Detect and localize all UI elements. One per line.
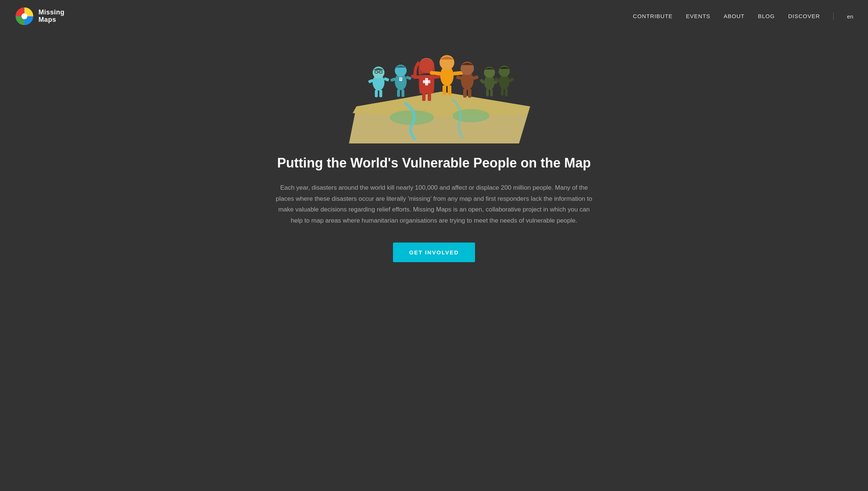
navbar: Missing Maps CONTRIBUTE EVENTS ABOUT BLO…	[0, 0, 868, 33]
hero-description: Each year, disasters around the world ki…	[275, 182, 593, 226]
nav-language[interactable]: en	[847, 13, 853, 20]
svg-rect-21	[401, 89, 404, 97]
nav-item-contribute[interactable]: CONTRIBUTE	[633, 13, 673, 20]
svg-rect-11	[375, 90, 378, 97]
svg-rect-28	[428, 93, 431, 101]
nav-item-discover[interactable]: DISCOVER	[788, 13, 820, 20]
svg-rect-19	[400, 79, 401, 80]
nav-item-events[interactable]: EVENTS	[686, 13, 711, 20]
svg-rect-35	[430, 71, 441, 76]
svg-rect-39	[463, 89, 467, 98]
svg-rect-45	[486, 89, 489, 96]
svg-rect-23	[406, 75, 411, 80]
svg-rect-20	[397, 89, 400, 97]
svg-point-5	[452, 109, 489, 122]
svg-point-1	[21, 13, 27, 19]
svg-rect-51	[501, 88, 503, 96]
svg-rect-46	[490, 89, 493, 96]
logo-text: Missing Maps	[38, 9, 65, 24]
hero-title: Putting the World's Vulnerable People on…	[277, 155, 591, 172]
svg-rect-33	[443, 85, 446, 95]
svg-rect-18	[400, 78, 401, 79]
svg-rect-40	[468, 89, 471, 98]
svg-rect-27	[422, 93, 425, 101]
nav-links: CONTRIBUTE EVENTS ABOUT BLOG DISCOVER	[633, 13, 820, 20]
svg-rect-12	[379, 90, 382, 97]
nav-item-blog[interactable]: BLOG	[758, 13, 775, 20]
logo[interactable]: Missing Maps	[15, 7, 65, 26]
svg-rect-14	[383, 77, 389, 81]
logo-icon	[15, 7, 34, 26]
svg-rect-26	[423, 80, 430, 83]
nav-divider	[833, 13, 834, 20]
svg-rect-34	[448, 85, 451, 95]
get-involved-button[interactable]: GET INVOLVED	[393, 243, 475, 262]
hero-illustration	[316, 40, 552, 143]
svg-rect-52	[505, 88, 508, 96]
nav-item-about[interactable]: ABOUT	[724, 13, 745, 20]
svg-rect-29	[411, 74, 420, 79]
hero-section: Putting the World's Vulnerable People on…	[0, 33, 868, 284]
